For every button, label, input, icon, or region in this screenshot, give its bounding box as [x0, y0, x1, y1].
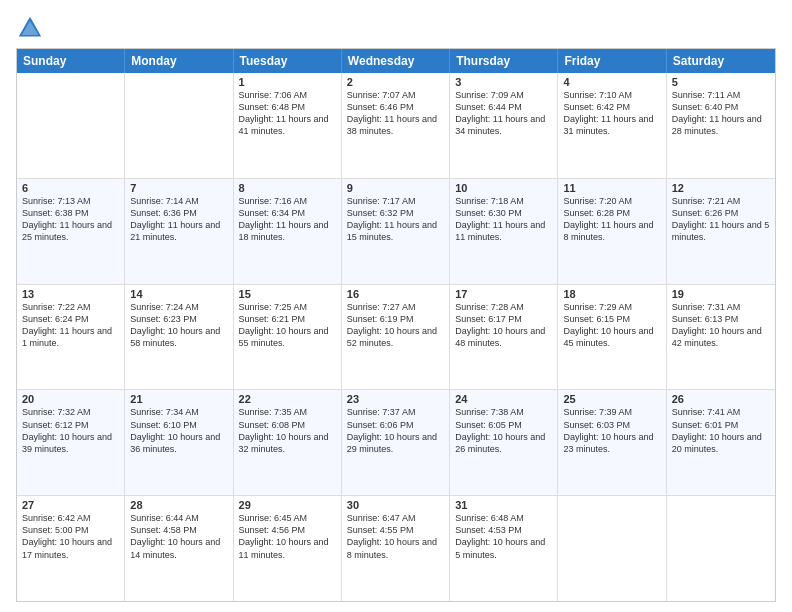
calendar-week-5: 27Sunrise: 6:42 AM Sunset: 5:00 PM Dayli… [17, 495, 775, 601]
day-cell-10: 10Sunrise: 7:18 AM Sunset: 6:30 PM Dayli… [450, 179, 558, 284]
day-number: 4 [563, 76, 660, 88]
day-info: Sunrise: 7:34 AM Sunset: 6:10 PM Dayligh… [130, 406, 227, 455]
day-number: 5 [672, 76, 770, 88]
day-cell-23: 23Sunrise: 7:37 AM Sunset: 6:06 PM Dayli… [342, 390, 450, 495]
day-number: 3 [455, 76, 552, 88]
day-info: Sunrise: 7:10 AM Sunset: 6:42 PM Dayligh… [563, 89, 660, 138]
day-cell-8: 8Sunrise: 7:16 AM Sunset: 6:34 PM Daylig… [234, 179, 342, 284]
day-info: Sunrise: 7:20 AM Sunset: 6:28 PM Dayligh… [563, 195, 660, 244]
weekday-header-friday: Friday [558, 49, 666, 73]
day-cell-20: 20Sunrise: 7:32 AM Sunset: 6:12 PM Dayli… [17, 390, 125, 495]
empty-cell [667, 496, 775, 601]
day-info: Sunrise: 7:32 AM Sunset: 6:12 PM Dayligh… [22, 406, 119, 455]
day-info: Sunrise: 7:09 AM Sunset: 6:44 PM Dayligh… [455, 89, 552, 138]
day-info: Sunrise: 7:39 AM Sunset: 6:03 PM Dayligh… [563, 406, 660, 455]
day-cell-27: 27Sunrise: 6:42 AM Sunset: 5:00 PM Dayli… [17, 496, 125, 601]
day-cell-16: 16Sunrise: 7:27 AM Sunset: 6:19 PM Dayli… [342, 285, 450, 390]
weekday-header-thursday: Thursday [450, 49, 558, 73]
header [16, 10, 776, 42]
calendar: SundayMondayTuesdayWednesdayThursdayFrid… [16, 48, 776, 602]
calendar-body: 1Sunrise: 7:06 AM Sunset: 6:48 PM Daylig… [17, 73, 775, 601]
day-number: 14 [130, 288, 227, 300]
day-info: Sunrise: 7:31 AM Sunset: 6:13 PM Dayligh… [672, 301, 770, 350]
day-cell-19: 19Sunrise: 7:31 AM Sunset: 6:13 PM Dayli… [667, 285, 775, 390]
calendar-week-2: 6Sunrise: 7:13 AM Sunset: 6:38 PM Daylig… [17, 178, 775, 284]
day-info: Sunrise: 7:37 AM Sunset: 6:06 PM Dayligh… [347, 406, 444, 455]
day-number: 6 [22, 182, 119, 194]
day-number: 22 [239, 393, 336, 405]
day-info: Sunrise: 7:14 AM Sunset: 6:36 PM Dayligh… [130, 195, 227, 244]
day-cell-12: 12Sunrise: 7:21 AM Sunset: 6:26 PM Dayli… [667, 179, 775, 284]
weekday-header-wednesday: Wednesday [342, 49, 450, 73]
day-info: Sunrise: 6:42 AM Sunset: 5:00 PM Dayligh… [22, 512, 119, 561]
day-info: Sunrise: 6:45 AM Sunset: 4:56 PM Dayligh… [239, 512, 336, 561]
day-info: Sunrise: 6:48 AM Sunset: 4:53 PM Dayligh… [455, 512, 552, 561]
day-number: 20 [22, 393, 119, 405]
day-info: Sunrise: 6:47 AM Sunset: 4:55 PM Dayligh… [347, 512, 444, 561]
day-info: Sunrise: 7:06 AM Sunset: 6:48 PM Dayligh… [239, 89, 336, 138]
day-info: Sunrise: 7:22 AM Sunset: 6:24 PM Dayligh… [22, 301, 119, 350]
day-info: Sunrise: 7:16 AM Sunset: 6:34 PM Dayligh… [239, 195, 336, 244]
day-cell-22: 22Sunrise: 7:35 AM Sunset: 6:08 PM Dayli… [234, 390, 342, 495]
day-cell-5: 5Sunrise: 7:11 AM Sunset: 6:40 PM Daylig… [667, 73, 775, 178]
day-number: 15 [239, 288, 336, 300]
day-cell-25: 25Sunrise: 7:39 AM Sunset: 6:03 PM Dayli… [558, 390, 666, 495]
day-number: 1 [239, 76, 336, 88]
day-cell-31: 31Sunrise: 6:48 AM Sunset: 4:53 PM Dayli… [450, 496, 558, 601]
day-number: 24 [455, 393, 552, 405]
day-number: 25 [563, 393, 660, 405]
day-cell-13: 13Sunrise: 7:22 AM Sunset: 6:24 PM Dayli… [17, 285, 125, 390]
weekday-header-sunday: Sunday [17, 49, 125, 73]
day-cell-18: 18Sunrise: 7:29 AM Sunset: 6:15 PM Dayli… [558, 285, 666, 390]
empty-cell [125, 73, 233, 178]
day-info: Sunrise: 7:07 AM Sunset: 6:46 PM Dayligh… [347, 89, 444, 138]
calendar-week-1: 1Sunrise: 7:06 AM Sunset: 6:48 PM Daylig… [17, 73, 775, 178]
day-number: 18 [563, 288, 660, 300]
logo [16, 14, 47, 42]
day-cell-14: 14Sunrise: 7:24 AM Sunset: 6:23 PM Dayli… [125, 285, 233, 390]
weekday-header-monday: Monday [125, 49, 233, 73]
calendar-header: SundayMondayTuesdayWednesdayThursdayFrid… [17, 49, 775, 73]
day-number: 7 [130, 182, 227, 194]
day-cell-29: 29Sunrise: 6:45 AM Sunset: 4:56 PM Dayli… [234, 496, 342, 601]
day-info: Sunrise: 7:21 AM Sunset: 6:26 PM Dayligh… [672, 195, 770, 244]
day-number: 16 [347, 288, 444, 300]
weekday-header-tuesday: Tuesday [234, 49, 342, 73]
day-cell-9: 9Sunrise: 7:17 AM Sunset: 6:32 PM Daylig… [342, 179, 450, 284]
day-number: 2 [347, 76, 444, 88]
day-number: 28 [130, 499, 227, 511]
day-number: 19 [672, 288, 770, 300]
day-cell-30: 30Sunrise: 6:47 AM Sunset: 4:55 PM Dayli… [342, 496, 450, 601]
day-cell-28: 28Sunrise: 6:44 AM Sunset: 4:58 PM Dayli… [125, 496, 233, 601]
day-info: Sunrise: 7:41 AM Sunset: 6:01 PM Dayligh… [672, 406, 770, 455]
day-number: 26 [672, 393, 770, 405]
day-cell-1: 1Sunrise: 7:06 AM Sunset: 6:48 PM Daylig… [234, 73, 342, 178]
day-info: Sunrise: 7:24 AM Sunset: 6:23 PM Dayligh… [130, 301, 227, 350]
day-info: Sunrise: 7:11 AM Sunset: 6:40 PM Dayligh… [672, 89, 770, 138]
day-cell-11: 11Sunrise: 7:20 AM Sunset: 6:28 PM Dayli… [558, 179, 666, 284]
empty-cell [558, 496, 666, 601]
day-info: Sunrise: 6:44 AM Sunset: 4:58 PM Dayligh… [130, 512, 227, 561]
day-cell-4: 4Sunrise: 7:10 AM Sunset: 6:42 PM Daylig… [558, 73, 666, 178]
calendar-week-4: 20Sunrise: 7:32 AM Sunset: 6:12 PM Dayli… [17, 389, 775, 495]
day-cell-17: 17Sunrise: 7:28 AM Sunset: 6:17 PM Dayli… [450, 285, 558, 390]
day-info: Sunrise: 7:38 AM Sunset: 6:05 PM Dayligh… [455, 406, 552, 455]
day-number: 30 [347, 499, 444, 511]
day-number: 29 [239, 499, 336, 511]
day-number: 9 [347, 182, 444, 194]
logo-icon [16, 14, 44, 42]
day-number: 12 [672, 182, 770, 194]
day-number: 13 [22, 288, 119, 300]
day-info: Sunrise: 7:18 AM Sunset: 6:30 PM Dayligh… [455, 195, 552, 244]
day-info: Sunrise: 7:27 AM Sunset: 6:19 PM Dayligh… [347, 301, 444, 350]
day-number: 17 [455, 288, 552, 300]
day-number: 31 [455, 499, 552, 511]
day-cell-21: 21Sunrise: 7:34 AM Sunset: 6:10 PM Dayli… [125, 390, 233, 495]
weekday-header-saturday: Saturday [667, 49, 775, 73]
day-number: 21 [130, 393, 227, 405]
day-cell-6: 6Sunrise: 7:13 AM Sunset: 6:38 PM Daylig… [17, 179, 125, 284]
day-info: Sunrise: 7:25 AM Sunset: 6:21 PM Dayligh… [239, 301, 336, 350]
page: SundayMondayTuesdayWednesdayThursdayFrid… [0, 0, 792, 612]
day-number: 23 [347, 393, 444, 405]
day-info: Sunrise: 7:17 AM Sunset: 6:32 PM Dayligh… [347, 195, 444, 244]
